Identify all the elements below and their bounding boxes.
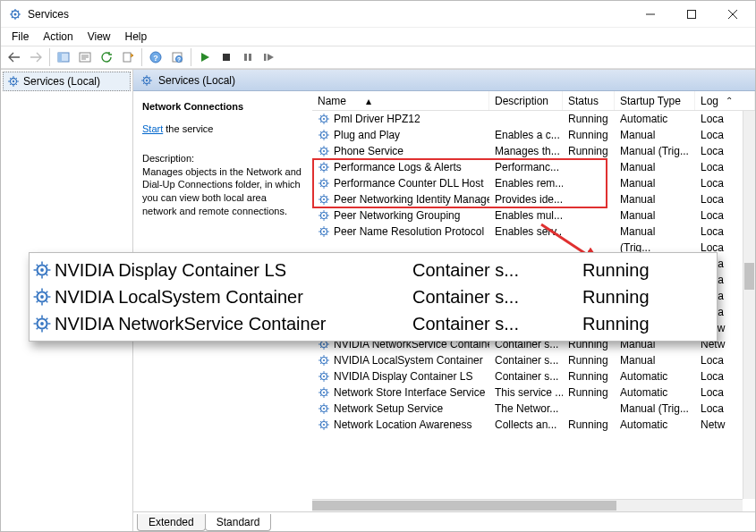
service-desc: This service ... bbox=[489, 386, 563, 399]
gear-icon bbox=[318, 193, 330, 206]
help-topics-button[interactable]: ? bbox=[167, 47, 187, 67]
gear-icon bbox=[318, 386, 330, 399]
close-button[interactable] bbox=[712, 1, 753, 28]
horizontal-scrollbar[interactable] bbox=[312, 499, 743, 511]
menu-action[interactable]: Action bbox=[36, 30, 80, 43]
service-row[interactable]: Plug and PlayEnables a c...RunningManual… bbox=[312, 127, 755, 143]
gear-icon bbox=[318, 209, 330, 222]
svg-point-41 bbox=[323, 359, 325, 361]
description-label: Description: bbox=[142, 152, 303, 165]
gear-icon bbox=[318, 225, 330, 238]
selected-service-name: Network Connections bbox=[142, 100, 303, 114]
service-row[interactable]: NVIDIA Display Container LSContainer s..… bbox=[312, 368, 755, 384]
description-text: Manages objects in the Network and Dial-… bbox=[142, 165, 303, 218]
service-row[interactable]: Phone ServiceManages th...RunningManual … bbox=[312, 143, 755, 159]
toolbar: ? ? bbox=[1, 46, 755, 69]
svg-point-49 bbox=[323, 424, 325, 426]
svg-point-1 bbox=[14, 13, 17, 15]
service-row[interactable]: Performance Counter DLL HostEnables rem.… bbox=[312, 175, 755, 191]
service-row[interactable]: Peer Name Resolution ProtocolEnables ser… bbox=[312, 224, 755, 240]
svg-point-25 bbox=[323, 150, 325, 152]
svg-point-39 bbox=[323, 343, 325, 345]
svg-point-19 bbox=[146, 79, 148, 80]
gear-icon bbox=[30, 287, 55, 307]
stop-service-button[interactable] bbox=[217, 47, 236, 67]
service-row[interactable]: Peer Networking Identity ManagerProvides… bbox=[312, 191, 755, 207]
back-button[interactable] bbox=[4, 47, 24, 67]
service-row[interactable]: Peer Networking GroupingEnables mul...Ma… bbox=[312, 207, 755, 224]
gear-icon bbox=[318, 402, 330, 415]
service-desc: The Networ... bbox=[489, 402, 563, 415]
service-row[interactable]: Network Store Interface ServiceThis serv… bbox=[312, 384, 755, 401]
service-row[interactable]: Network Location AwarenessCollects an...… bbox=[312, 417, 755, 433]
service-name: NVIDIA Display Container LS bbox=[334, 370, 472, 383]
scrollbar-thumb[interactable] bbox=[744, 263, 754, 290]
svg-point-21 bbox=[323, 118, 325, 120]
minimize-button[interactable] bbox=[630, 1, 671, 28]
service-status: Running bbox=[563, 418, 615, 431]
service-row[interactable]: NVIDIA LocalSystem ContainerContainer s.… bbox=[312, 352, 755, 368]
service-startup: Manual (Trig... bbox=[615, 145, 695, 157]
export-list-button[interactable] bbox=[118, 47, 138, 67]
service-status: Running bbox=[563, 145, 615, 157]
service-desc: Enables a c... bbox=[489, 129, 563, 141]
window-title: Services bbox=[28, 8, 630, 21]
zoom-callout: NVIDIA Display Container LS Container s.… bbox=[29, 252, 718, 342]
service-desc: Manages th... bbox=[489, 145, 563, 157]
restart-service-button[interactable] bbox=[259, 47, 279, 67]
column-headers: Name▴ Description Status Startup Type Lo… bbox=[312, 91, 755, 111]
content-header: Services (Local) bbox=[133, 70, 755, 91]
gear-icon bbox=[30, 260, 55, 280]
vertical-scrollbar[interactable] bbox=[743, 111, 755, 499]
start-service-line: Start the service bbox=[142, 122, 303, 136]
start-service-button[interactable] bbox=[195, 47, 215, 67]
service-startup: Manual bbox=[615, 225, 695, 238]
svg-text:?: ? bbox=[177, 56, 181, 63]
svg-point-51 bbox=[40, 268, 44, 272]
gear-icon bbox=[7, 75, 20, 88]
service-name: Pml Driver HPZ12 bbox=[334, 113, 420, 125]
callout-row: NVIDIA LocalSystem Container Container s… bbox=[30, 283, 717, 310]
service-startup: Manual bbox=[615, 193, 695, 206]
svg-rect-15 bbox=[264, 54, 267, 61]
service-desc: Provides ide... bbox=[489, 193, 563, 206]
service-name: Plug and Play bbox=[334, 129, 400, 141]
tab-extended[interactable]: Extended bbox=[137, 514, 206, 531]
app-icon bbox=[8, 7, 22, 21]
refresh-button[interactable] bbox=[97, 47, 116, 67]
svg-rect-2 bbox=[688, 10, 696, 18]
menu-help[interactable]: Help bbox=[118, 30, 155, 43]
forward-button[interactable] bbox=[26, 47, 46, 67]
menu-view[interactable]: View bbox=[81, 30, 118, 43]
col-status[interactable]: Status bbox=[563, 91, 615, 110]
col-description[interactable]: Description bbox=[489, 91, 563, 110]
start-link[interactable]: Start bbox=[142, 123, 163, 134]
maximize-button[interactable] bbox=[671, 1, 712, 28]
svg-point-31 bbox=[323, 198, 325, 200]
gear-icon bbox=[140, 74, 153, 87]
menu-file[interactable]: File bbox=[4, 30, 36, 43]
service-name: Network Setup Service bbox=[334, 402, 443, 415]
svg-point-33 bbox=[323, 215, 325, 216]
col-startup[interactable]: Startup Type bbox=[615, 91, 695, 110]
help-button[interactable]: ? bbox=[146, 47, 166, 67]
service-row[interactable]: Pml Driver HPZ12RunningAutomaticLoca bbox=[312, 111, 755, 127]
service-row[interactable]: Network Setup ServiceThe Networ...Manual… bbox=[312, 401, 755, 417]
svg-rect-14 bbox=[249, 54, 251, 61]
svg-rect-4 bbox=[58, 53, 62, 62]
gear-icon bbox=[318, 161, 330, 173]
svg-point-45 bbox=[323, 392, 325, 393]
scrollbar-thumb[interactable] bbox=[312, 501, 616, 511]
nav-services-local[interactable]: Services (Local) bbox=[3, 72, 131, 91]
col-logon[interactable]: Log⌃ bbox=[695, 91, 755, 110]
tab-standard[interactable]: Standard bbox=[205, 514, 272, 531]
properties-button[interactable] bbox=[75, 47, 95, 67]
show-hide-tree-button[interactable] bbox=[54, 47, 73, 67]
service-desc: Collects an... bbox=[489, 418, 563, 431]
service-row[interactable]: Performance Logs & AlertsPerformanc...Ma… bbox=[312, 159, 755, 175]
service-startup: Automatic bbox=[615, 386, 695, 399]
col-name[interactable]: Name▴ bbox=[312, 91, 489, 110]
pause-service-button[interactable] bbox=[238, 47, 258, 67]
svg-point-53 bbox=[40, 295, 44, 299]
svg-point-29 bbox=[323, 182, 325, 184]
